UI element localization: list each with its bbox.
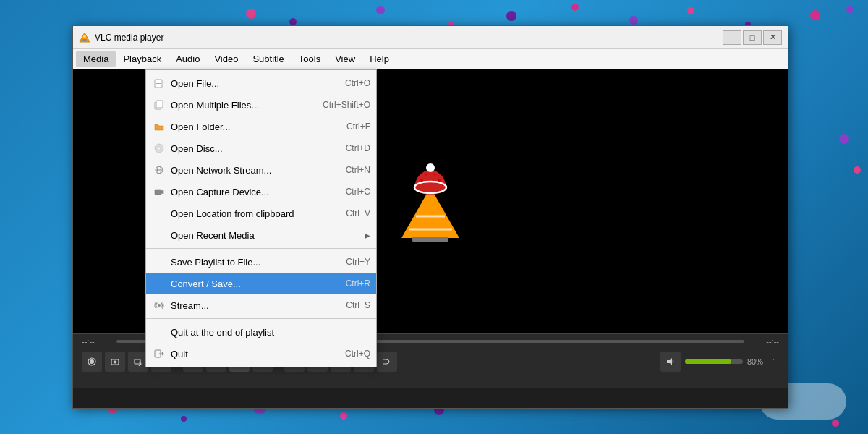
decor-ball [687, 7, 694, 14]
menu-item-save-playlist[interactable]: Save Playlist to File... Ctrl+Y [146, 251, 376, 273]
menu-item-open-network[interactable]: Open Network Stream... Ctrl+N [146, 159, 376, 181]
open-multiple-label: Open Multiple Files... [171, 100, 308, 111]
svg-rect-5 [156, 83, 161, 84]
svg-point-29 [425, 173, 427, 175]
quit-shortcut: Ctrl+Q [345, 349, 370, 359]
svg-marker-55 [667, 358, 672, 365]
open-folder-shortcut: Ctrl+F [346, 122, 370, 132]
svg-marker-15 [161, 190, 163, 194]
separator-1 [146, 248, 376, 249]
open-network-shortcut: Ctrl+N [346, 165, 370, 175]
title-bar-controls: ─ □ ✕ [723, 30, 782, 45]
open-disc-label: Open Disc... [171, 143, 331, 154]
vlc-window: VLC media player ─ □ ✕ Media Playback Au… [72, 25, 788, 409]
volume-bar[interactable] [685, 359, 743, 364]
menu-view[interactable]: View [328, 51, 362, 67]
menu-item-open-file[interactable]: Open File... Ctrl+O [146, 72, 376, 94]
open-file-label: Open File... [171, 78, 331, 89]
shuffle-button[interactable] [377, 352, 397, 372]
menu-audio[interactable]: Audio [169, 51, 207, 67]
menu-item-open-recent[interactable]: Open Recent Media ▶ [146, 224, 376, 246]
decor-ball [571, 4, 579, 11]
decor-ball [629, 16, 638, 25]
svg-point-10 [158, 147, 161, 150]
svg-rect-4 [156, 82, 161, 82]
menu-item-convert-save[interactable]: Convert / Save... Ctrl+R [146, 273, 376, 294]
decor-ball [810, 10, 820, 20]
menu-tools[interactable]: Tools [292, 51, 328, 67]
open-recent-arrow: ▶ [365, 231, 370, 239]
stream-label: Stream... [171, 300, 331, 311]
open-location-icon [152, 206, 166, 221]
quit-label: Quit [171, 349, 331, 359]
close-button[interactable]: ✕ [763, 30, 782, 45]
open-capture-label: Open Capture Device... [171, 187, 331, 197]
decor-ball [839, 134, 849, 144]
decor-ball [854, 166, 861, 174]
convert-save-shortcut: Ctrl+R [346, 278, 370, 289]
open-recent-icon [152, 228, 166, 242]
menu-media[interactable]: Media [76, 51, 116, 67]
convert-save-label: Convert / Save... [171, 278, 331, 289]
svg-rect-14 [155, 190, 161, 195]
menu-item-quit-end[interactable]: Quit at the end of playlist [146, 321, 376, 343]
save-playlist-shortcut: Ctrl+Y [346, 257, 370, 267]
open-multiple-icon [152, 98, 166, 112]
open-capture-icon [152, 184, 166, 199]
save-playlist-icon [152, 255, 166, 269]
menu-help[interactable]: Help [362, 51, 396, 67]
desktop: VLC media player ─ □ ✕ Media Playback Au… [0, 0, 868, 434]
menu-item-open-disc[interactable]: Open Disc... Ctrl+D [146, 137, 376, 159]
menu-video[interactable]: Video [207, 51, 245, 67]
open-recent-label: Open Recent Media [171, 230, 350, 241]
svg-rect-23 [412, 237, 448, 242]
menu-subtitle[interactable]: Subtitle [245, 51, 291, 67]
open-folder-label: Open Folder... [171, 122, 332, 132]
menu-bar: Media Playback Audio Video Subtitle Tool… [73, 49, 788, 69]
svg-rect-8 [156, 101, 163, 108]
record-button[interactable] [82, 352, 102, 372]
media-dropdown: Open File... Ctrl+O Open Multiple Files.… [145, 69, 377, 367]
window-title: VLC media player [95, 33, 723, 43]
decor-ball [340, 412, 347, 420]
menu-item-quit[interactable]: Quit Ctrl+Q [146, 343, 376, 365]
svg-point-27 [420, 179, 423, 182]
minimize-button[interactable]: ─ [723, 30, 741, 45]
quit-end-label: Quit at the end of playlist [171, 327, 356, 338]
more-button[interactable]: ⋮ [767, 352, 779, 372]
menu-item-open-folder[interactable]: Open Folder... Ctrl+F [146, 116, 376, 137]
menu-playback[interactable]: Playback [116, 51, 169, 67]
quit-end-icon [152, 325, 166, 339]
mute-button[interactable] [660, 352, 681, 372]
title-bar: VLC media player ─ □ ✕ [73, 26, 788, 49]
snapshot-button[interactable] [105, 352, 125, 372]
open-multiple-shortcut: Ctrl+Shift+O [323, 100, 370, 110]
menu-item-open-location[interactable]: Open Location from clipboard Ctrl+V [146, 203, 376, 224]
open-capture-shortcut: Ctrl+C [346, 187, 370, 197]
open-disc-icon [152, 141, 166, 156]
decor-ball [181, 416, 187, 422]
menu-item-open-multiple[interactable]: Open Multiple Files... Ctrl+Shift+O [146, 94, 376, 116]
vlc-logo [394, 158, 467, 245]
svg-point-30 [434, 173, 436, 175]
time-right: --:-- [750, 337, 779, 346]
menu-item-stream[interactable]: Stream... Ctrl+S [146, 294, 376, 316]
svg-point-26 [426, 163, 435, 172]
svg-point-2 [83, 35, 86, 38]
maximize-button[interactable]: □ [743, 30, 762, 45]
svg-point-34 [114, 361, 116, 364]
open-disc-shortcut: Ctrl+D [346, 143, 370, 153]
separator-2 [146, 318, 376, 319]
open-folder-icon [152, 119, 166, 134]
menu-item-open-capture[interactable]: Open Capture Device... Ctrl+C [146, 181, 376, 203]
open-network-icon [152, 163, 166, 177]
svg-point-28 [438, 179, 441, 182]
decor-ball [376, 6, 385, 14]
svg-rect-1 [82, 39, 87, 41]
open-location-shortcut: Ctrl+V [346, 208, 370, 218]
svg-point-32 [90, 359, 94, 364]
stream-icon [152, 298, 166, 312]
convert-save-icon [152, 276, 166, 291]
volume-area: 80% ⋮ [660, 352, 779, 372]
quit-icon [152, 346, 166, 361]
